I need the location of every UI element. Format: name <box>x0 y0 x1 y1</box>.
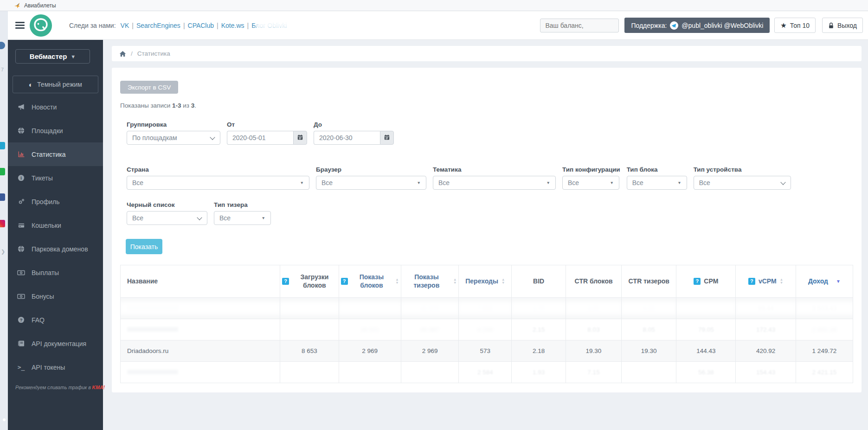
sort-icon[interactable]: ▲▼ <box>453 278 457 284</box>
help-icon[interactable]: ? <box>282 278 289 285</box>
cell-value: 154.43 <box>756 369 775 376</box>
bookmark-label[interactable]: Авиабилеты <box>24 2 56 9</box>
share-icon-whatsapp[interactable] <box>0 168 5 175</box>
balance-input[interactable] <box>540 19 619 32</box>
share-expand-chevron[interactable]: ❯ <box>1 249 5 255</box>
sidebar-item-news[interactable]: Новости <box>8 95 103 119</box>
sidebar-item-bonuses[interactable]: 1Бонусы <box>8 284 103 308</box>
cell-block-loads: 8 653 <box>280 340 339 362</box>
select-browser[interactable]: Все <box>316 176 426 190</box>
credit-card-icon <box>17 222 25 229</box>
plane-icon <box>14 2 21 9</box>
select-block-type[interactable]: Все <box>627 176 687 190</box>
column-header-teaser-shows[interactable]: Показы тизеров▲▼ <box>401 265 459 298</box>
date-input-date-from[interactable] <box>227 131 293 145</box>
date-input-date-to[interactable] <box>314 131 380 145</box>
share-icon-instagram[interactable] <box>0 220 5 227</box>
select-blacklist[interactable]: Все <box>127 211 207 225</box>
cell-block-loads <box>280 319 339 340</box>
banknote-icon: 1 <box>17 293 25 300</box>
share-icon-facebook[interactable] <box>0 193 5 201</box>
filter-row: Черный списокВсеТип тизераВсе <box>127 201 853 225</box>
cell-teaser-shows: 45 987 <box>401 319 459 340</box>
filter-group-blacklist: Черный списокВсе <box>127 201 207 225</box>
calendar-button-date-to[interactable] <box>380 131 394 145</box>
cell-cpm <box>676 298 736 319</box>
logout-button[interactable]: Выход <box>822 18 863 33</box>
cell-vcpm: 154.43 <box>736 362 796 383</box>
sidebar-item-label: Тикеты <box>32 174 53 182</box>
sort-desc-icon[interactable]: ▼ <box>836 279 841 284</box>
book-icon <box>17 340 25 347</box>
column-header-block-loads: ?Загрузки блоков <box>280 265 339 298</box>
select-theme[interactable]: Все <box>433 176 556 190</box>
filter-label-browser: Браузер <box>316 166 426 173</box>
show-button[interactable]: Показать <box>126 239 162 254</box>
column-header-block-shows[interactable]: ?Показы блоков▲▼ <box>339 265 401 298</box>
cell-bid: 2.18 <box>512 340 566 362</box>
sidebar-item-api-tokens[interactable]: >_API токены <box>8 355 103 379</box>
select-config-type[interactable]: Все <box>562 176 619 190</box>
role-switcher-button[interactable]: Вебмастер ▼ <box>15 49 90 64</box>
cell-vcpm: 172.43 <box>736 319 796 340</box>
home-icon[interactable] <box>119 51 126 57</box>
column-header-vcpm[interactable]: ?vCPM▲▼ <box>736 265 796 298</box>
sidebar-item-payouts[interactable]: 1Выплаты <box>8 261 103 284</box>
sort-icon[interactable]: ▲▼ <box>502 278 505 284</box>
hamburger-menu-icon[interactable] <box>15 20 25 30</box>
help-icon[interactable]: ? <box>694 278 701 285</box>
sidebar-item-statistics[interactable]: Статистика <box>8 142 103 166</box>
column-header-content: Доход▼ <box>798 277 851 286</box>
sidebar-item-faq[interactable]: ?FAQ <box>8 308 103 332</box>
oblivki-logo[interactable] <box>29 14 52 37</box>
cell-value: 2 969 <box>362 347 378 354</box>
help-icon[interactable]: ? <box>748 278 755 285</box>
select-value-config-type: Все <box>568 179 579 186</box>
filter-label-theme: Тематика <box>433 166 556 173</box>
follow-link-kote-ws[interactable]: Kote.ws <box>221 22 244 29</box>
sort-icon[interactable]: ▲▼ <box>780 278 783 284</box>
follow-link-vk[interactable]: VK <box>121 22 129 29</box>
help-icon[interactable]: ? <box>341 278 348 285</box>
kma-link[interactable]: KMA! <box>92 385 105 390</box>
cell-value: 7 860 <box>477 305 493 312</box>
share-icon-vk[interactable] <box>0 42 5 49</box>
sidebar-item-profile[interactable]: Профиль <box>8 190 103 213</box>
sidebar-item-api-docs[interactable]: API документация <box>8 332 103 355</box>
support-handles: @publ_oblivki @WebOblivki <box>682 22 763 29</box>
lock-icon <box>828 22 834 29</box>
sidebar-item-wallets[interactable]: Кошельки <box>8 213 103 237</box>
follow-link-cpaclub[interactable]: CPAClub <box>188 22 214 29</box>
link-separator: | <box>183 22 185 29</box>
filter-label-block-type: Тип блока <box>627 166 687 173</box>
sidebar-item-platforms[interactable]: Площадки <box>8 119 103 142</box>
cell-value: 2 584 <box>477 369 493 376</box>
sidebar-item-tickets[interactable]: iТикеты <box>8 166 103 190</box>
sidebar-item-domain-parking[interactable]: Парковка доменов <box>8 237 103 261</box>
cell-cpm: 144.43 <box>676 340 736 362</box>
select-teaser-type[interactable]: Все <box>214 211 271 225</box>
follow-link-searchengines[interactable]: SearchEngines <box>136 22 180 29</box>
cell-ctr-teasers: 19.30 <box>622 340 676 362</box>
column-header-clicks[interactable]: Переходы▲▼ <box>459 265 512 298</box>
cell-ctr-teasers <box>622 362 676 383</box>
sort-icon[interactable]: ▲▼ <box>395 278 399 284</box>
export-csv-button[interactable]: Экспорт в CSV <box>120 81 178 94</box>
top10-button[interactable]: ★ Топ 10 <box>774 18 816 33</box>
column-header-income[interactable]: Доход▼ <box>796 265 853 298</box>
column-label: vCPM <box>759 277 777 286</box>
cell-value: 8.05 <box>643 326 655 333</box>
cell-value: 1 249.72 <box>812 347 837 354</box>
support-button[interactable]: Поддержка: @publ_oblivki @WebOblivki <box>624 18 770 33</box>
select-grouping[interactable]: По площадкам <box>127 131 220 145</box>
cell-ctr-blocks: 8.03 <box>566 319 622 340</box>
sidebar-item-label: API документация <box>32 340 86 347</box>
column-header-content: Переходы▲▼ <box>461 277 509 286</box>
balance-value-redaction <box>256 19 291 29</box>
select-device-type[interactable]: Все <box>694 176 791 190</box>
share-icon-twitter[interactable] <box>0 142 5 149</box>
cell-value: 2.15 <box>533 326 545 333</box>
dark-mode-button[interactable]: ◐ Темный режим <box>13 76 98 93</box>
select-country[interactable]: Все <box>127 176 309 190</box>
calendar-button-date-from[interactable] <box>293 131 307 145</box>
